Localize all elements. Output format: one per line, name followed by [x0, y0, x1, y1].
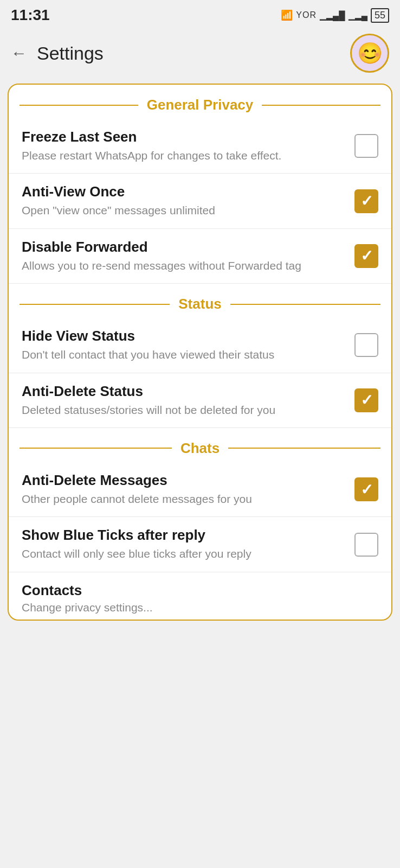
section-line-left-status [20, 304, 170, 305]
signal-bars-2: ▁▂▄ [349, 10, 367, 21]
setting-text-freeze: Freeze Last Seen Please restart WhatsApp… [22, 129, 354, 163]
setting-show-blue-ticks[interactable]: Show Blue Ticks after reply Contact will… [9, 517, 391, 572]
signal-bars-1: ▁▂▄█ [320, 10, 345, 21]
avatar-emoji: 😊 [357, 41, 383, 65]
section-line-right-chats [228, 448, 380, 449]
setting-text-hide-view: Hide View Status Don't tell contact that… [22, 328, 354, 362]
setting-freeze-last-seen[interactable]: Freeze Last Seen Please restart WhatsApp… [9, 119, 391, 174]
setting-desc-freeze: Please restart WhatsApp for changes to t… [22, 148, 344, 163]
setting-text-anti-view: Anti-View Once Open "view once" messages… [22, 183, 354, 218]
section-line-right [262, 105, 380, 106]
checkbox-anti-delete-messages[interactable] [354, 477, 378, 501]
setting-desc-hide-view: Don't tell contact that you have viewed … [22, 347, 344, 362]
settings-card: General Privacy Freeze Last Seen Please … [8, 84, 392, 621]
setting-title-anti-del-status: Anti-Delete Status [22, 383, 344, 400]
setting-title-freeze: Freeze Last Seen [22, 129, 344, 145]
page-title: Settings [37, 43, 104, 64]
signal-icon-1: YOR [296, 10, 317, 20]
contacts-title: Contacts [22, 582, 378, 599]
setting-hide-view-status[interactable]: Hide View Status Don't tell contact that… [9, 318, 391, 373]
setting-anti-delete-messages[interactable]: Anti-Delete Messages Other people cannot… [9, 462, 391, 517]
section-line-left-chats [20, 448, 172, 449]
checkbox-anti-view-once[interactable] [354, 189, 378, 213]
setting-title-hide-view: Hide View Status [22, 328, 344, 344]
contacts-section: Contacts Change privacy settings... [9, 572, 391, 620]
back-button[interactable]: ← [11, 44, 27, 62]
status-icons: 📶 YOR ▁▂▄█ ▁▂▄ 55 [281, 8, 389, 23]
setting-disable-forwarded[interactable]: Disable Forwarded Allows you to re-send … [9, 229, 391, 284]
contacts-desc: Change privacy settings... [22, 601, 378, 614]
section-line-right-status [230, 304, 380, 305]
setting-desc-anti-del-msg: Other people cannot delete messages for … [22, 491, 344, 507]
checkbox-disable-forwarded[interactable] [354, 244, 378, 268]
setting-text-blue-ticks: Show Blue Ticks after reply Contact will… [22, 527, 354, 561]
setting-title-anti-view: Anti-View Once [22, 183, 344, 200]
battery-icon: 55 [371, 8, 389, 23]
setting-title-disable-fwd: Disable Forwarded [22, 239, 344, 256]
app-header: ← Settings 😊 [0, 28, 400, 84]
setting-desc-anti-view: Open "view once" messages unlimited [22, 202, 344, 218]
status-time: 11:31 [11, 7, 50, 24]
wifi-icon: 📶 [281, 9, 293, 21]
setting-title-blue-ticks: Show Blue Ticks after reply [22, 527, 344, 544]
setting-anti-view-once[interactable]: Anti-View Once Open "view once" messages… [9, 174, 391, 228]
section-title-chats: Chats [177, 440, 223, 457]
checkbox-freeze-last-seen[interactable] [354, 134, 378, 158]
checkbox-hide-view-status[interactable] [354, 333, 378, 357]
status-bar: 11:31 📶 YOR ▁▂▄█ ▁▂▄ 55 [0, 0, 400, 28]
setting-desc-blue-ticks: Contact will only see blue ticks after y… [22, 546, 344, 561]
avatar[interactable]: 😊 [350, 34, 389, 73]
section-chats: Chats [9, 428, 391, 462]
setting-text-disable-fwd: Disable Forwarded Allows you to re-send … [22, 239, 354, 273]
setting-text-anti-del-status: Anti-Delete Status Deleted statuses/stor… [22, 383, 354, 418]
bottom-fade [0, 835, 400, 868]
checkbox-show-blue-ticks[interactable] [354, 533, 378, 557]
section-title-general-privacy: General Privacy [144, 97, 257, 113]
setting-title-anti-del-msg: Anti-Delete Messages [22, 472, 344, 489]
setting-desc-anti-del-status: Deleted statuses/stories will not be del… [22, 402, 344, 418]
section-status: Status [9, 284, 391, 318]
section-general-privacy: General Privacy [9, 85, 391, 119]
section-line-left [20, 105, 138, 106]
setting-desc-disable-fwd: Allows you to re-send messages without F… [22, 258, 344, 273]
setting-anti-delete-status[interactable]: Anti-Delete Status Deleted statuses/stor… [9, 373, 391, 428]
section-title-status: Status [175, 296, 224, 312]
setting-text-anti-del-msg: Anti-Delete Messages Other people cannot… [22, 472, 354, 507]
checkbox-anti-delete-status[interactable] [354, 388, 378, 412]
header-left: ← Settings [11, 43, 104, 64]
